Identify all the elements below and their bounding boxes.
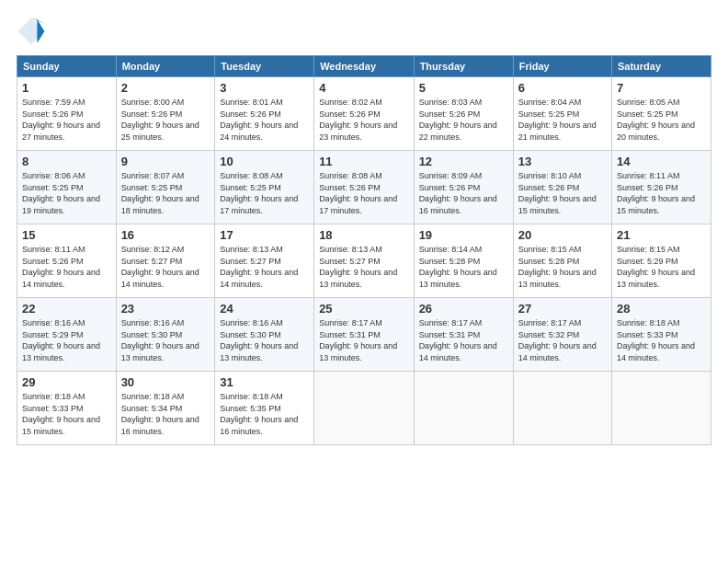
weekday-header-sunday: Sunday xyxy=(17,56,117,77)
calendar-cell: 12 Sunrise: 8:09 AMSunset: 5:26 PMDaylig… xyxy=(414,151,513,224)
day-info: Sunrise: 8:17 AMSunset: 5:31 PMDaylight:… xyxy=(419,318,497,362)
calendar-cell: 30 Sunrise: 8:18 AMSunset: 5:34 PMDaylig… xyxy=(116,372,215,445)
calendar-cell: 11 Sunrise: 8:08 AMSunset: 5:26 PMDaylig… xyxy=(314,151,415,224)
day-info: Sunrise: 8:00 AMSunset: 5:26 PMDaylight:… xyxy=(121,98,199,142)
day-number: 20 xyxy=(518,228,607,242)
day-info: Sunrise: 7:59 AMSunset: 5:26 PMDaylight:… xyxy=(22,98,100,142)
calendar-cell: 25 Sunrise: 8:17 AMSunset: 5:31 PMDaylig… xyxy=(314,298,415,372)
calendar-cell: 26 Sunrise: 8:17 AMSunset: 5:31 PMDaylig… xyxy=(414,298,513,372)
day-info: Sunrise: 8:10 AMSunset: 5:26 PMDaylight:… xyxy=(518,171,597,215)
day-info: Sunrise: 8:11 AMSunset: 5:26 PMDaylight:… xyxy=(617,171,695,215)
day-info: Sunrise: 8:05 AMSunset: 5:25 PMDaylight:… xyxy=(617,98,695,142)
day-number: 24 xyxy=(220,302,309,316)
calendar-cell: 3 Sunrise: 8:01 AMSunset: 5:26 PMDayligh… xyxy=(215,77,314,151)
day-number: 9 xyxy=(121,155,210,168)
day-info: Sunrise: 8:18 AMSunset: 5:33 PMDaylight:… xyxy=(617,318,695,362)
day-number: 19 xyxy=(419,228,508,242)
day-number: 11 xyxy=(319,155,409,168)
calendar-cell: 16 Sunrise: 8:12 AMSunset: 5:27 PMDaylig… xyxy=(116,224,215,298)
calendar-cell xyxy=(414,372,513,445)
calendar-cell: 13 Sunrise: 8:10 AMSunset: 5:26 PMDaylig… xyxy=(513,151,611,224)
calendar-cell: 17 Sunrise: 8:13 AMSunset: 5:27 PMDaylig… xyxy=(215,224,314,298)
day-info: Sunrise: 8:17 AMSunset: 5:31 PMDaylight:… xyxy=(319,318,397,362)
day-info: Sunrise: 8:12 AMSunset: 5:27 PMDaylight:… xyxy=(121,245,199,289)
weekday-header-tuesday: Tuesday xyxy=(215,56,314,77)
calendar-cell xyxy=(314,372,415,445)
day-info: Sunrise: 8:16 AMSunset: 5:30 PMDaylight:… xyxy=(220,318,298,362)
calendar-cell: 20 Sunrise: 8:15 AMSunset: 5:28 PMDaylig… xyxy=(513,224,611,298)
day-number: 25 xyxy=(319,302,409,316)
calendar-cell: 14 Sunrise: 8:11 AMSunset: 5:26 PMDaylig… xyxy=(612,151,711,224)
day-number: 18 xyxy=(319,228,409,242)
day-number: 10 xyxy=(220,155,309,168)
calendar-week-5: 29 Sunrise: 8:18 AMSunset: 5:33 PMDaylig… xyxy=(17,372,711,445)
day-info: Sunrise: 8:08 AMSunset: 5:25 PMDaylight:… xyxy=(220,171,298,215)
day-number: 2 xyxy=(121,81,210,95)
day-number: 3 xyxy=(220,81,309,95)
calendar-week-3: 15 Sunrise: 8:11 AMSunset: 5:26 PMDaylig… xyxy=(17,224,711,298)
day-info: Sunrise: 8:13 AMSunset: 5:27 PMDaylight:… xyxy=(220,245,298,289)
logo-icon xyxy=(17,17,46,46)
day-info: Sunrise: 8:15 AMSunset: 5:28 PMDaylight:… xyxy=(518,245,597,289)
day-info: Sunrise: 8:18 AMSunset: 5:34 PMDaylight:… xyxy=(121,392,199,436)
day-info: Sunrise: 8:01 AMSunset: 5:26 PMDaylight:… xyxy=(220,98,298,142)
day-number: 13 xyxy=(518,155,607,168)
day-info: Sunrise: 8:15 AMSunset: 5:29 PMDaylight:… xyxy=(617,245,695,289)
day-info: Sunrise: 8:02 AMSunset: 5:26 PMDaylight:… xyxy=(319,98,397,142)
day-number: 21 xyxy=(617,228,706,242)
day-number: 1 xyxy=(22,81,111,95)
weekday-header-monday: Monday xyxy=(116,56,215,77)
day-number: 8 xyxy=(22,155,111,168)
day-number: 14 xyxy=(617,155,706,168)
calendar-cell: 28 Sunrise: 8:18 AMSunset: 5:33 PMDaylig… xyxy=(612,298,711,372)
day-number: 26 xyxy=(419,302,508,316)
calendar-cell: 8 Sunrise: 8:06 AMSunset: 5:25 PMDayligh… xyxy=(17,151,117,224)
day-info: Sunrise: 8:09 AMSunset: 5:26 PMDaylight:… xyxy=(419,171,497,215)
day-number: 31 xyxy=(220,375,309,389)
calendar-cell: 9 Sunrise: 8:07 AMSunset: 5:25 PMDayligh… xyxy=(116,151,215,224)
day-number: 22 xyxy=(22,302,111,316)
day-number: 5 xyxy=(419,81,508,95)
day-number: 12 xyxy=(419,155,508,168)
day-number: 16 xyxy=(121,228,210,242)
calendar-cell: 21 Sunrise: 8:15 AMSunset: 5:29 PMDaylig… xyxy=(612,224,711,298)
day-number: 7 xyxy=(617,81,706,95)
day-number: 29 xyxy=(22,375,111,389)
calendar-cell: 27 Sunrise: 8:17 AMSunset: 5:32 PMDaylig… xyxy=(513,298,611,372)
calendar-cell: 5 Sunrise: 8:03 AMSunset: 5:26 PMDayligh… xyxy=(414,77,513,151)
calendar-cell: 6 Sunrise: 8:04 AMSunset: 5:25 PMDayligh… xyxy=(513,77,611,151)
calendar-cell: 19 Sunrise: 8:14 AMSunset: 5:28 PMDaylig… xyxy=(414,224,513,298)
svg-marker-1 xyxy=(37,19,44,43)
calendar-week-4: 22 Sunrise: 8:16 AMSunset: 5:29 PMDaylig… xyxy=(17,298,711,372)
day-number: 17 xyxy=(220,228,309,242)
calendar-cell: 1 Sunrise: 7:59 AMSunset: 5:26 PMDayligh… xyxy=(17,77,117,151)
calendar-cell: 10 Sunrise: 8:08 AMSunset: 5:25 PMDaylig… xyxy=(215,151,314,224)
day-info: Sunrise: 8:04 AMSunset: 5:25 PMDaylight:… xyxy=(518,98,597,142)
day-number: 27 xyxy=(518,302,607,316)
day-info: Sunrise: 8:03 AMSunset: 5:26 PMDaylight:… xyxy=(419,98,497,142)
day-info: Sunrise: 8:13 AMSunset: 5:27 PMDaylight:… xyxy=(319,245,397,289)
day-info: Sunrise: 8:06 AMSunset: 5:25 PMDaylight:… xyxy=(22,171,100,215)
day-number: 28 xyxy=(617,302,706,316)
day-info: Sunrise: 8:18 AMSunset: 5:35 PMDaylight:… xyxy=(220,392,298,436)
weekday-header-thursday: Thursday xyxy=(414,56,513,77)
day-info: Sunrise: 8:08 AMSunset: 5:26 PMDaylight:… xyxy=(319,171,397,215)
calendar-cell: 22 Sunrise: 8:16 AMSunset: 5:29 PMDaylig… xyxy=(17,298,117,372)
day-number: 23 xyxy=(121,302,210,316)
calendar-cell xyxy=(513,372,611,445)
calendar-cell: 7 Sunrise: 8:05 AMSunset: 5:25 PMDayligh… xyxy=(612,77,711,151)
calendar-cell: 2 Sunrise: 8:00 AMSunset: 5:26 PMDayligh… xyxy=(116,77,215,151)
calendar-cell: 23 Sunrise: 8:16 AMSunset: 5:30 PMDaylig… xyxy=(116,298,215,372)
calendar-cell: 24 Sunrise: 8:16 AMSunset: 5:30 PMDaylig… xyxy=(215,298,314,372)
weekday-header-friday: Friday xyxy=(513,56,611,77)
day-number: 4 xyxy=(319,81,409,95)
day-info: Sunrise: 8:17 AMSunset: 5:32 PMDaylight:… xyxy=(518,318,597,362)
day-info: Sunrise: 8:16 AMSunset: 5:29 PMDaylight:… xyxy=(22,318,100,362)
day-number: 30 xyxy=(121,375,210,389)
calendar-cell: 18 Sunrise: 8:13 AMSunset: 5:27 PMDaylig… xyxy=(314,224,415,298)
day-info: Sunrise: 8:14 AMSunset: 5:28 PMDaylight:… xyxy=(419,245,497,289)
calendar-cell: 29 Sunrise: 8:18 AMSunset: 5:33 PMDaylig… xyxy=(17,372,117,445)
day-info: Sunrise: 8:18 AMSunset: 5:33 PMDaylight:… xyxy=(22,392,100,436)
calendar-week-1: 1 Sunrise: 7:59 AMSunset: 5:26 PMDayligh… xyxy=(17,77,711,151)
day-info: Sunrise: 8:16 AMSunset: 5:30 PMDaylight:… xyxy=(121,318,199,362)
